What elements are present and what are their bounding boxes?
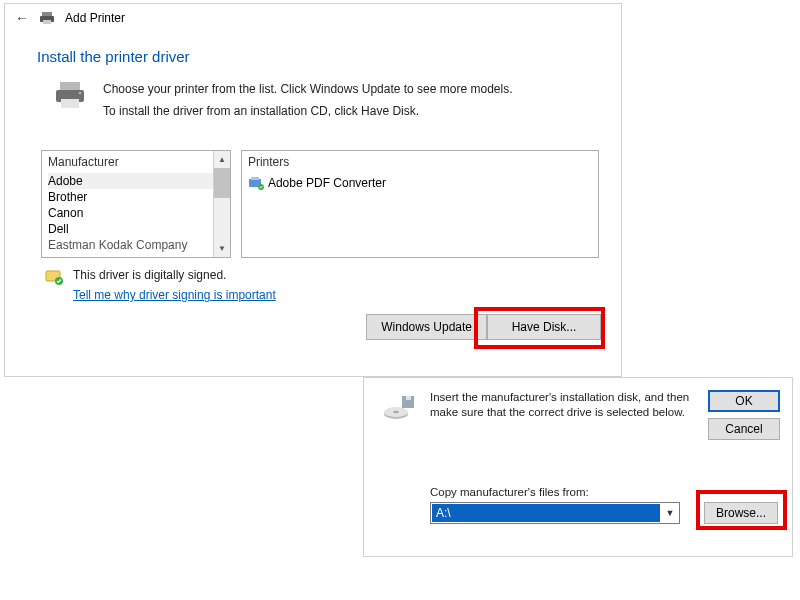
scrollbar[interactable]: ▲ ▼ [213, 151, 230, 257]
svg-rect-5 [61, 99, 79, 108]
page-heading: Install the printer driver [5, 32, 621, 65]
description: Choose your printer from the list. Click… [103, 79, 513, 122]
drive-value: A:\ [432, 504, 660, 522]
svg-rect-2 [43, 20, 51, 24]
description-line-2: To install the driver from an installati… [103, 101, 513, 123]
scroll-up-icon[interactable]: ▲ [214, 151, 230, 168]
signed-status: This driver is digitally signed. [73, 268, 276, 282]
manufacturer-item[interactable]: Canon [48, 205, 213, 221]
signing-info-link[interactable]: Tell me why driver signing is important [73, 288, 276, 302]
chevron-down-icon[interactable]: ▼ [661, 508, 679, 518]
browse-button[interactable]: Browse... [704, 502, 778, 524]
printers-header: Printers [242, 151, 598, 173]
scroll-down-icon[interactable]: ▼ [214, 240, 230, 257]
svg-point-14 [393, 411, 399, 414]
install-from-disk-dialog: Insert the manufacturer's installation d… [363, 377, 793, 557]
dialog-message: Insert the manufacturer's installation d… [430, 390, 694, 440]
manufacturer-item[interactable]: Brother [48, 189, 213, 205]
ok-button[interactable]: OK [708, 390, 780, 412]
manufacturer-item[interactable]: Dell [48, 221, 213, 237]
cancel-button[interactable]: Cancel [708, 418, 780, 440]
printers-listbox[interactable]: Printers Adobe PDF Converter [241, 150, 599, 258]
printer-icon [39, 10, 55, 26]
drive-combobox[interactable]: A:\ ▼ [430, 502, 680, 524]
svg-rect-8 [251, 177, 259, 180]
scroll-thumb[interactable] [214, 168, 230, 198]
signed-icon [45, 268, 63, 286]
disk-icon [382, 390, 416, 424]
printer-item[interactable]: Adobe PDF Converter [248, 175, 592, 191]
manufacturer-item[interactable]: Eastman Kodak Company [48, 237, 213, 253]
add-printer-window: ← Add Printer Install the printer driver… [4, 3, 622, 377]
have-disk-button[interactable]: Have Disk... [487, 314, 601, 340]
window-title: Add Printer [65, 11, 125, 25]
printer-large-icon [53, 79, 87, 113]
svg-rect-3 [60, 82, 80, 90]
copy-from-label: Copy manufacturer's files from: [430, 486, 589, 498]
printer-item-icon [248, 176, 264, 190]
manufacturer-header: Manufacturer [42, 151, 213, 173]
svg-rect-16 [406, 396, 411, 400]
titlebar: ← Add Printer [5, 4, 621, 32]
svg-point-6 [79, 92, 82, 95]
back-icon[interactable]: ← [15, 10, 29, 26]
description-line-1: Choose your printer from the list. Click… [103, 79, 513, 101]
printer-item-label: Adobe PDF Converter [268, 176, 386, 190]
svg-rect-0 [42, 12, 52, 16]
manufacturer-listbox[interactable]: Manufacturer Adobe Brother Canon Dell Ea… [41, 150, 231, 258]
windows-update-button[interactable]: Windows Update [366, 314, 487, 340]
manufacturer-item[interactable]: Adobe [48, 173, 213, 189]
